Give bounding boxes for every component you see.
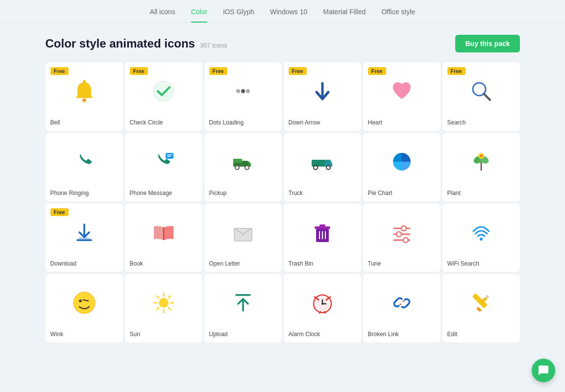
icon-visual-upload — [204, 274, 282, 328]
icon-visual-broken-link — [363, 274, 441, 328]
icon-card-down-arrow[interactable]: Free Down Arrow — [284, 62, 361, 131]
icon-label-book: Book — [125, 257, 202, 272]
icon-visual-phone-message — [125, 133, 202, 187]
svg-point-46 — [396, 232, 401, 237]
icon-visual-phone-ringing — [46, 133, 123, 187]
icon-grid: Free Bell Free Check Circle Free Dots Lo… — [46, 62, 520, 343]
svg-point-7 — [246, 89, 250, 93]
icon-visual-alarm-clock — [284, 274, 361, 328]
svg-line-59 — [157, 296, 159, 298]
icon-card-upload[interactable]: Upload — [204, 274, 282, 343]
icon-label-pickup: Pickup — [204, 187, 282, 201]
svg-point-44 — [401, 226, 406, 231]
icon-card-pickup[interactable]: Pickup — [204, 133, 282, 201]
icon-visual-trash-bin — [284, 203, 361, 257]
nav-tabs: All iconsColoriOS GlyphWindows 10Materia… — [0, 0, 565, 23]
icon-label-broken-link: Broken Link — [363, 328, 441, 343]
icon-card-plant[interactable]: Plant — [442, 133, 520, 201]
icon-label-plant: Plant — [442, 187, 520, 201]
icon-label-wifi-search: WiFi Search — [442, 257, 520, 272]
svg-point-5 — [236, 89, 240, 93]
icon-card-pie-chart[interactable]: Pie Chart — [363, 133, 441, 201]
icon-card-check-circle[interactable]: Free Check Circle — [125, 62, 202, 131]
nav-tab-material-filled[interactable]: Material Filled — [323, 8, 366, 23]
icon-visual-edit — [442, 274, 520, 328]
svg-point-22 — [314, 166, 317, 169]
icon-card-dots-loading[interactable]: Free Dots Loading — [204, 62, 282, 131]
icon-visual-wifi-search — [442, 203, 520, 257]
icon-label-down-arrow: Down Arrow — [284, 116, 361, 131]
icon-card-search[interactable]: Free Search — [442, 62, 520, 131]
svg-point-16 — [236, 166, 239, 169]
icon-label-trash-bin: Trash Bin — [284, 257, 361, 272]
icon-visual-sun — [125, 274, 202, 328]
icon-card-heart[interactable]: Free Heart — [363, 62, 441, 131]
buy-button[interactable]: Buy this pack — [455, 35, 519, 52]
svg-line-9 — [484, 94, 490, 100]
free-badge: Free — [368, 67, 386, 75]
svg-point-49 — [480, 238, 483, 241]
icon-visual-open-letter — [204, 203, 282, 257]
icon-card-download[interactable]: Free Download — [46, 203, 123, 272]
icon-card-wink[interactable]: Wink — [46, 274, 123, 343]
icon-label-edit: Edit — [442, 328, 520, 343]
icon-label-phone-ringing: Phone Ringing — [46, 187, 123, 201]
svg-line-61 — [169, 296, 171, 298]
icon-visual-tune — [363, 203, 441, 257]
svg-rect-19 — [233, 159, 242, 163]
icon-label-phone-message: Phone Message — [125, 187, 202, 201]
icon-card-phone-message[interactable]: Phone Message — [125, 133, 202, 201]
icon-label-pie-chart: Pie Chart — [363, 187, 441, 201]
icon-card-alarm-clock[interactable]: Alarm Clock — [284, 274, 361, 343]
icon-card-open-letter[interactable]: Open Letter — [204, 203, 282, 272]
nav-tab-ios-glyph[interactable]: iOS Glyph — [223, 8, 254, 23]
icon-card-edit[interactable]: Edit — [442, 274, 520, 343]
icon-label-tune: Tune — [363, 257, 441, 272]
svg-line-74 — [400, 304, 401, 305]
icon-card-bell[interactable]: Free Bell — [46, 62, 123, 131]
free-badge: Free — [209, 67, 227, 75]
icon-label-dots-loading: Dots Loading — [204, 116, 282, 131]
icon-card-sun[interactable]: Sun — [125, 274, 202, 343]
icon-card-tune[interactable]: Tune — [363, 203, 441, 272]
icon-visual-plant — [442, 133, 520, 187]
icon-card-trash-bin[interactable]: Trash Bin — [284, 203, 361, 272]
icon-card-broken-link[interactable]: Broken Link — [363, 274, 441, 343]
svg-point-2 — [82, 98, 86, 101]
icon-label-alarm-clock: Alarm Clock — [284, 328, 361, 343]
icon-count: 307 icons — [200, 42, 227, 49]
nav-tab-color[interactable]: Color — [191, 8, 207, 23]
icon-label-wink: Wink — [46, 328, 123, 343]
icon-visual-pie-chart — [363, 133, 441, 187]
icon-card-truck[interactable]: Truck — [284, 133, 361, 201]
svg-point-24 — [327, 166, 330, 169]
svg-rect-11 — [166, 153, 173, 159]
icon-visual-pickup — [204, 133, 282, 187]
main-content: Color style animated icons 307 icons Buy… — [38, 23, 528, 354]
svg-point-18 — [246, 166, 248, 169]
header-left: Color style animated icons 307 icons — [46, 37, 227, 50]
svg-point-52 — [79, 299, 82, 302]
svg-point-1 — [83, 80, 86, 83]
chat-button[interactable] — [532, 359, 555, 382]
icon-card-phone-ringing[interactable]: Phone Ringing — [46, 133, 123, 201]
nav-tab-office-style[interactable]: Office style — [381, 8, 415, 23]
svg-line-71 — [319, 312, 320, 313]
icon-label-bell: Bell — [46, 116, 123, 131]
icon-label-sun: Sun — [125, 328, 202, 343]
svg-line-62 — [157, 308, 159, 310]
nav-tab-windows-10[interactable]: Windows 10 — [270, 8, 307, 23]
icon-card-book[interactable]: Book — [125, 203, 202, 272]
icon-label-check-circle: Check Circle — [125, 116, 202, 131]
free-badge: Free — [130, 67, 148, 75]
icon-label-download: Download — [46, 257, 123, 272]
svg-line-60 — [169, 308, 171, 310]
svg-point-70 — [321, 303, 323, 305]
icon-label-upload: Upload — [204, 328, 282, 343]
icon-visual-book — [125, 203, 202, 257]
svg-point-48 — [403, 238, 408, 243]
icon-label-truck: Truck — [284, 187, 361, 201]
free-badge: Free — [50, 67, 69, 75]
nav-tab-all-icons[interactable]: All icons — [150, 8, 175, 23]
icon-card-wifi-search[interactable]: WiFi Search — [442, 203, 520, 272]
